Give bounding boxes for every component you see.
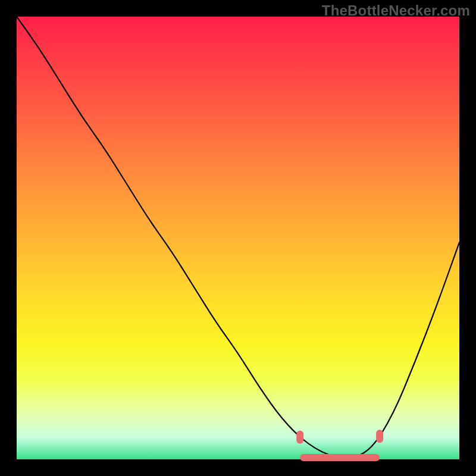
- optimal-range-pill: [300, 454, 380, 461]
- bottleneck-curve-svg: [17, 17, 459, 459]
- chart-frame: TheBottleNecker.com: [0, 0, 476, 476]
- plot-border-bottom: [0, 459, 476, 476]
- watermark-text: TheBottleNecker.com: [322, 2, 470, 19]
- plot-border-left: [0, 0, 17, 476]
- optimal-start-bead: [296, 431, 303, 444]
- optimal-range-markers: [296, 430, 383, 461]
- optimal-end-bead: [376, 430, 383, 443]
- plot-border-right: [459, 0, 476, 476]
- bottleneck-curve-line: [17, 17, 459, 458]
- plot-area: [17, 17, 459, 459]
